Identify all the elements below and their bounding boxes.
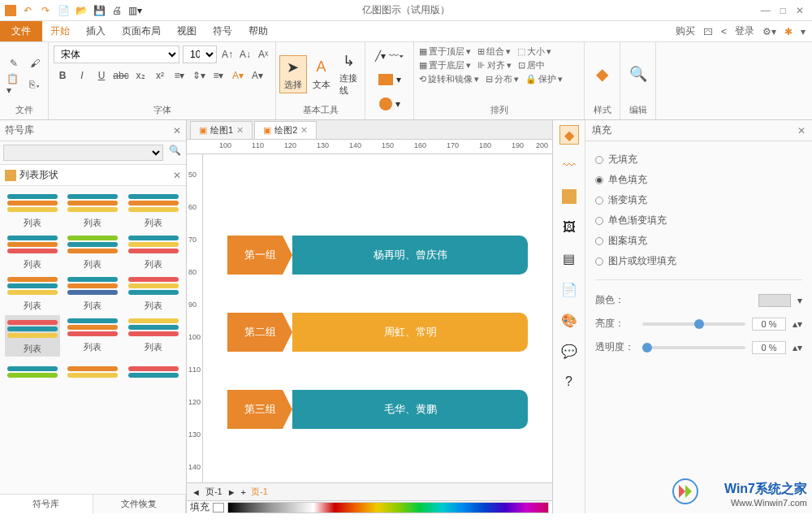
opacity-spin[interactable]: ▴▾ <box>793 342 802 353</box>
page-tab-1[interactable]: 页-1 <box>205 486 222 498</box>
tab-symbol-lib[interactable]: 符号库 <box>0 495 93 513</box>
text-tool[interactable]: A文本 <box>309 56 335 93</box>
menu-tab-start[interactable]: 开始 <box>42 21 78 41</box>
gallery-item[interactable]: 列表 <box>65 274 120 312</box>
buy-link[interactable]: 购买 <box>676 24 695 38</box>
select-tool[interactable]: ➤选择 <box>279 55 307 93</box>
font-color-button[interactable]: A▾ <box>250 68 265 83</box>
gallery-item[interactable]: 列表 <box>126 315 181 357</box>
fill-option-pattern[interactable]: 图案填充 <box>595 231 802 251</box>
menu-tab-view[interactable]: 视图 <box>169 21 205 41</box>
bold-button[interactable]: B <box>55 68 70 83</box>
paste-icon[interactable]: 📋▾ <box>6 77 21 92</box>
doc-tab-2[interactable]: ▣绘图2✕ <box>254 121 317 139</box>
menu-tab-symbol[interactable]: 符号 <box>205 21 240 41</box>
color-drop[interactable]: ▾ <box>797 295 802 306</box>
add-page-icon[interactable]: + <box>241 487 246 497</box>
no-fill-swatch[interactable] <box>213 503 224 513</box>
color-strip[interactable] <box>227 502 549 513</box>
line-spacing-button[interactable]: ⇕▾ <box>192 68 206 83</box>
symbol-category-header[interactable]: 列表形状 ✕ <box>0 165 186 186</box>
strike-button[interactable]: abc <box>114 68 128 83</box>
font-size-select[interactable]: 10 <box>183 45 217 63</box>
tab-file-recovery[interactable]: 文件恢复 <box>93 495 187 513</box>
gallery-item[interactable]: 列表 <box>5 232 60 270</box>
opacity-value[interactable]: 0 % <box>752 341 786 354</box>
circle-drop[interactable]: ▾ <box>395 98 400 110</box>
tab-close-icon[interactable]: ✕ <box>300 125 308 136</box>
line-tab-icon[interactable]: 〰 <box>559 156 579 175</box>
increase-font-icon[interactable]: A↑ <box>220 47 235 62</box>
gallery-item[interactable] <box>5 360 60 384</box>
fill-panel-close-icon[interactable]: ✕ <box>797 125 806 136</box>
copy-icon[interactable]: ⎘▾ <box>28 77 42 92</box>
connector-tool[interactable]: ↳连接线 <box>336 50 362 98</box>
rect-shape-icon[interactable] <box>378 74 393 85</box>
doc-tab-1[interactable]: ▣绘图1✕ <box>190 121 253 139</box>
brush-icon[interactable]: 🖌 <box>28 56 42 71</box>
format-painter-icon[interactable]: ✎ <box>6 56 21 71</box>
menu-tab-help[interactable]: 帮助 <box>240 21 276 41</box>
rotate-button[interactable]: ⟲ 旋转和镜像▾ <box>419 73 479 85</box>
brightness-spin[interactable]: ▴▾ <box>793 318 802 330</box>
shape-tab-icon[interactable] <box>559 187 579 206</box>
close-button[interactable]: ✕ <box>796 5 804 16</box>
redo-icon[interactable]: ↷ <box>39 4 52 17</box>
drawing-canvas[interactable]: 第一组 杨再明、曾庆伟 第二组 周虹、常明 第三组 毛华、黄鹏 <box>203 154 552 482</box>
symbol-lib-close-icon[interactable]: ✕ <box>173 125 181 136</box>
clear-format-icon[interactable]: Aᵡ <box>256 47 270 62</box>
page-tab-icon[interactable]: 📄 <box>559 279 579 299</box>
list-shape-2[interactable]: 第二组 周虹、常明 <box>227 313 528 352</box>
symbol-search-select[interactable] <box>3 145 163 161</box>
gallery-item[interactable]: 列表 <box>5 274 60 312</box>
gallery-item[interactable]: 列表 <box>126 232 181 270</box>
brightness-value[interactable]: 0 % <box>752 318 786 331</box>
page-tab-2[interactable]: 页-1 <box>251 486 268 498</box>
opacity-slider[interactable] <box>642 346 745 349</box>
new-icon[interactable]: 📄 <box>57 4 70 17</box>
bullets-button[interactable]: ≡▾ <box>172 68 187 83</box>
circle-shape-icon[interactable] <box>379 97 392 110</box>
print-icon[interactable]: 🖨 <box>110 4 123 17</box>
login-link[interactable]: 登录 <box>735 24 754 38</box>
font-family-select[interactable]: 宋体 <box>54 45 179 63</box>
line-shape-icon[interactable]: ╱▾ <box>375 50 386 62</box>
find-icon[interactable]: 🔍 <box>629 65 647 83</box>
brightness-slider[interactable] <box>642 322 745 326</box>
gallery-item[interactable]: 列表 <box>126 191 181 229</box>
gallery-item[interactable]: 列表 <box>65 191 120 229</box>
gallery-item[interactable] <box>126 360 181 384</box>
tab-close-icon[interactable]: ✕ <box>236 125 244 136</box>
list-shape-3[interactable]: 第三组 毛华、黄鹏 <box>227 390 528 429</box>
search-icon[interactable]: 🔍 <box>166 145 183 161</box>
apps-icon[interactable]: ✱ <box>784 26 793 37</box>
highlight-button[interactable]: A▾ <box>231 68 245 83</box>
bring-front-button[interactable]: ▦ 置于顶层▾ <box>419 45 471 58</box>
comment-tab-icon[interactable]: 💬 <box>559 341 579 361</box>
gallery-item[interactable] <box>65 360 120 384</box>
center-button[interactable]: ⊡ 居中 <box>518 59 545 71</box>
settings-icon[interactable]: ⚙▾ <box>762 26 776 37</box>
decrease-font-icon[interactable]: A↓ <box>238 47 253 62</box>
subscript-button[interactable]: x₂ <box>133 68 148 83</box>
style-icon[interactable]: ◆ <box>596 64 608 84</box>
open-icon[interactable]: 📂 <box>75 4 88 17</box>
gallery-item[interactable]: 列表 <box>65 315 120 357</box>
minimize-button[interactable]: — <box>761 5 771 16</box>
list-shape-1[interactable]: 第一组 杨再明、曾庆伟 <box>227 236 528 275</box>
fill-tab-icon[interactable]: ◆ <box>559 125 579 145</box>
italic-button[interactable]: I <box>75 68 89 83</box>
protect-button[interactable]: 🔒 保护▾ <box>525 73 563 85</box>
fill-option-texture[interactable]: 图片或纹理填充 <box>595 251 802 271</box>
page-nav-next[interactable]: ► <box>227 487 236 497</box>
page-nav-prev[interactable]: ◄ <box>192 487 201 497</box>
layer-tab-icon[interactable]: ▤ <box>559 249 579 268</box>
curve-shape-icon[interactable]: 〰▾ <box>389 50 404 62</box>
fill-option-monograd[interactable]: 单色渐变填充 <box>595 210 802 231</box>
menu-tab-pagelayout[interactable]: 页面布局 <box>114 21 169 41</box>
size-button[interactable]: ⬚ 大小▾ <box>517 45 551 58</box>
underline-button[interactable]: U <box>94 68 109 83</box>
menu-tab-insert[interactable]: 插入 <box>78 21 114 41</box>
align-button[interactable]: ≡▾ <box>211 68 226 83</box>
maximize-button[interactable]: □ <box>780 5 786 16</box>
